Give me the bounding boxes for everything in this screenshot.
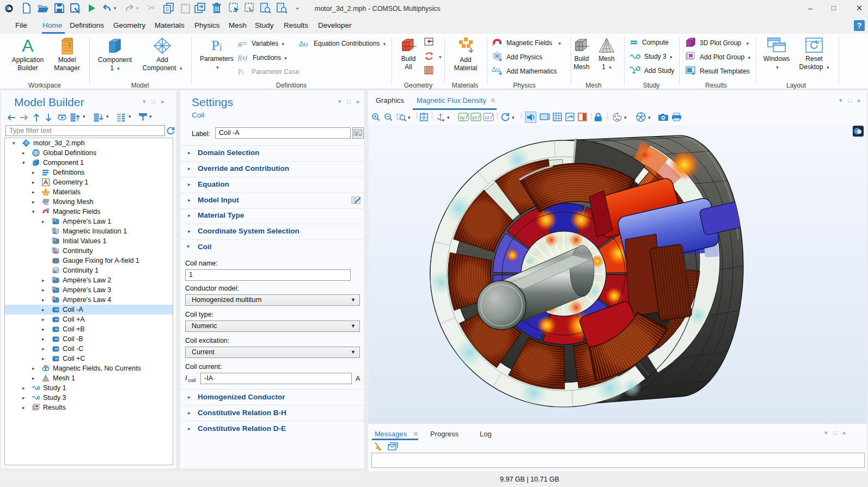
svg-text:Δu: Δu xyxy=(492,66,500,73)
svg-text:Δu: Δu xyxy=(299,40,308,47)
svg-text:xz: xz xyxy=(485,115,490,120)
svg-text:DC: DC xyxy=(53,231,57,235)
svg-text:a=: a= xyxy=(238,40,248,47)
svg-text:D: D xyxy=(53,297,55,300)
svg-text:D: D xyxy=(53,238,55,241)
svg-text:+: + xyxy=(492,42,494,47)
svg-text:Pi: Pi xyxy=(211,38,222,53)
svg-text:D: D xyxy=(53,287,55,290)
svg-text:Pi: Pi xyxy=(238,68,244,76)
svg-text:xy: xy xyxy=(460,115,465,120)
svg-text:D: D xyxy=(53,277,55,280)
svg-text:DC: DC xyxy=(53,270,58,274)
svg-text:D: D xyxy=(53,248,55,251)
svg-text:yz: yz xyxy=(472,115,478,120)
svg-text:A: A xyxy=(22,37,34,54)
svg-text:_: _ xyxy=(499,43,503,47)
svg-text:f(x): f(x) xyxy=(238,54,247,61)
svg-text:D: D xyxy=(53,218,55,221)
